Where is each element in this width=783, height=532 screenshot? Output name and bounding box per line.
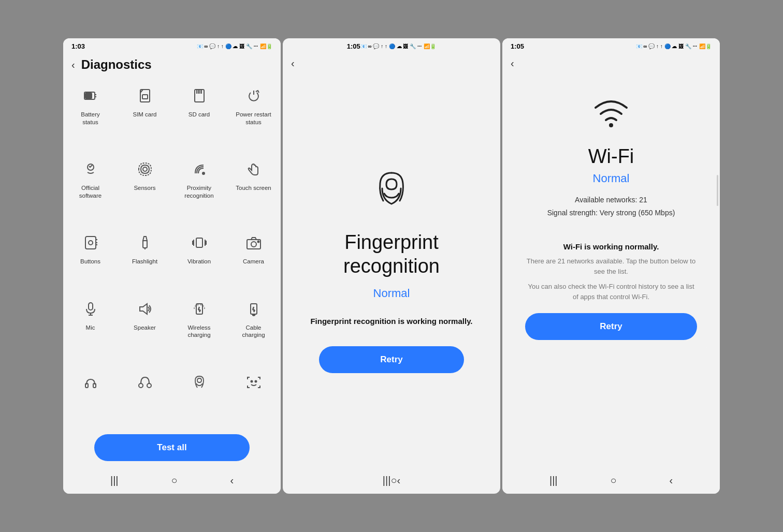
wifi-signal: Signal strength: Very strong (650 Mbps) (547, 206, 675, 219)
sd-label: SD card (189, 111, 210, 119)
diag-software[interactable]: Officialsoftware (63, 153, 118, 226)
fingerprint-status: Normal (373, 287, 410, 300)
nav-header-3: ‹ (502, 52, 720, 72)
diag-headphone[interactable] (118, 366, 172, 424)
wifi-working-title: Wi-Fi is working normally. (525, 242, 697, 251)
home-icon-3[interactable]: ○ (610, 475, 616, 486)
diag-face[interactable] (226, 366, 281, 424)
signal-icon-2: 📶🔋 (424, 43, 436, 49)
battery-icon (82, 87, 99, 107)
earphone-icon (82, 374, 99, 393)
status-bar-3: 1:05 📧 ∞ 💬 ↑ ↑ 🔵 ☁ 🖼 🔧 ··· 📶🔋 (502, 38, 720, 52)
wifi-working-desc1: There are 21 networks available. Tap the… (525, 256, 697, 276)
diag-power[interactable]: Power restartstatus (226, 79, 281, 153)
speaker-icon (137, 301, 153, 320)
back-icon-3[interactable]: ‹ (669, 475, 673, 486)
diag-sim[interactable]: SIM card (118, 79, 172, 153)
diag-earphone[interactable] (63, 366, 118, 424)
fingerprint-retry-button[interactable]: Retry (319, 346, 464, 373)
test-all-area: Test all (63, 428, 281, 469)
software-icon (82, 161, 99, 180)
wifi-title: Wi-Fi (588, 145, 634, 168)
diag-cable[interactable]: Cablecharging (226, 292, 281, 366)
status-bar-2: 1:05 📧 ∞ 💬 ↑ ↑ 🔵 ☁ 🖼 🔧 ··· 📶🔋 (339, 38, 445, 52)
back-icon-1[interactable]: ‹ (230, 475, 234, 486)
back-button-2[interactable]: ‹ (291, 57, 295, 69)
bottom-nav-1: ||| ○ ‹ (63, 469, 281, 494)
buttons-label: Buttons (80, 258, 100, 265)
diag-buttons[interactable]: Buttons (63, 226, 118, 292)
svg-rect-21 (196, 238, 202, 247)
bottom-nav-2: ||| ○ ‹ (362, 469, 421, 494)
diag-mic[interactable]: Mic (63, 292, 118, 366)
diag-camera[interactable]: Camera (226, 226, 281, 292)
cable-label: Cablecharging (242, 324, 265, 339)
buttons-icon (82, 234, 99, 254)
diag-proximity[interactable]: Proximityrecognition (172, 153, 226, 226)
wifi-main-icon (590, 93, 632, 137)
home-icon-2[interactable]: ○ (390, 475, 397, 486)
recent-apps-icon-2[interactable]: ||| (383, 475, 391, 486)
sim-label: SIM card (133, 111, 156, 119)
software-label: Officialsoftware (79, 184, 102, 200)
fingerprint-main-icon (371, 169, 412, 218)
scroll-indicator (717, 175, 718, 206)
time-1: 1:03 (71, 42, 85, 50)
diag-wireless[interactable]: Wirelesscharging (172, 292, 226, 366)
wifi-content: Wi-Fi Normal Available networks: 21 Sign… (502, 72, 720, 469)
diag-touch[interactable]: Touch screen (226, 153, 281, 226)
status-icons-2: 📧 ∞ 💬 ↑ ↑ 🔵 ☁ 🖼 🔧 ··· (360, 43, 422, 49)
vibration-icon (191, 234, 208, 254)
fingerprint-description: Fingerprint recognition is working norma… (310, 317, 472, 326)
svg-rect-5 (142, 95, 148, 99)
touch-icon (245, 161, 262, 180)
back-button-3[interactable]: ‹ (511, 57, 514, 69)
status-icons-1: 📧 ∞ 💬 ↑ ↑ 🔵 ☁ 🖼 🔧 ··· (197, 43, 258, 49)
diag-battery[interactable]: Batterystatus (63, 79, 118, 153)
back-icon-2[interactable]: ‹ (397, 475, 401, 486)
camera-label: Camera (243, 258, 264, 265)
battery-label: Batterystatus (81, 111, 99, 126)
svg-point-47 (251, 380, 252, 382)
touch-label: Touch screen (236, 184, 271, 192)
diag-flashlight[interactable]: Flashlight (118, 226, 172, 292)
face-icon (245, 374, 262, 393)
wireless-charging-icon (191, 301, 208, 320)
signal-icon-3: 📶🔋 (699, 43, 712, 49)
wifi-working-desc2: You can also check the Wi-Fi control his… (525, 282, 697, 302)
test-all-button[interactable]: Test all (94, 434, 250, 461)
diag-speaker[interactable]: Speaker (118, 292, 172, 366)
svg-point-13 (202, 172, 205, 174)
back-button-1[interactable]: ‹ (71, 59, 75, 71)
wifi-screen: 1:05 📧 ∞ 💬 ↑ ↑ 🔵 ☁ 🖼 🔧 ··· 📶🔋 ‹ Wi-Fi No… (502, 38, 720, 494)
mic-label: Mic (86, 324, 95, 332)
wifi-retry-button[interactable]: Retry (525, 313, 697, 340)
status-icons-3: 📧 ∞ 💬 ↑ ↑ 🔵 ☁ 🖼 🔧 ··· (636, 43, 697, 49)
page-title-1: Diagnostics (81, 57, 152, 72)
camera-icon (245, 234, 262, 254)
wifi-networks: Available networks: 21 (547, 194, 675, 206)
vibration-label: Vibration (187, 258, 211, 265)
proximity-icon (191, 161, 208, 180)
svg-point-48 (255, 380, 256, 382)
flashlight-label: Flashlight (132, 258, 157, 265)
diag-vibration[interactable]: Vibration (172, 226, 226, 292)
svg-rect-14 (85, 237, 96, 249)
diag-fingerprint[interactable] (172, 366, 226, 424)
diag-sd[interactable]: SD card (172, 79, 226, 153)
time-2: 1:05 (347, 42, 360, 50)
fingerprint-icon (191, 374, 208, 393)
speaker-label: Speaker (134, 324, 156, 332)
svg-point-18 (89, 241, 93, 245)
time-3: 1:05 (511, 42, 524, 50)
svg-rect-3 (85, 93, 92, 98)
home-icon-1[interactable]: ○ (171, 475, 177, 486)
status-bar-1: 1:03 📧 ∞ 💬 ↑ ↑ 🔵 ☁ 🖼 🔧 ··· 📶🔋 (63, 38, 281, 52)
diagnostics-screen: 1:03 📧 ∞ 💬 ↑ ↑ 🔵 ☁ 🖼 🔧 ··· 📶🔋 ‹ Diagnost… (63, 38, 281, 494)
diag-sensors[interactable]: Sensors (118, 153, 172, 226)
recent-apps-icon-3[interactable]: ||| (549, 475, 558, 486)
svg-point-28 (257, 241, 259, 243)
svg-point-45 (139, 383, 143, 388)
recent-apps-icon-1[interactable]: ||| (110, 475, 119, 486)
flashlight-icon (137, 234, 153, 254)
